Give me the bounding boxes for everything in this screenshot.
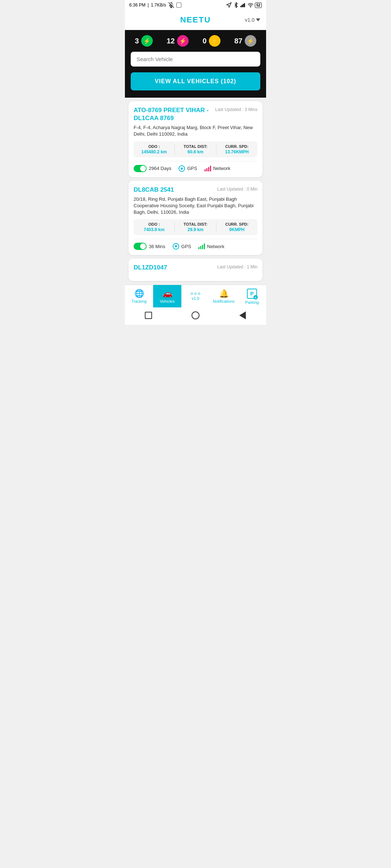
gps-icon-1 xyxy=(173,243,179,250)
vehicles-icon: 🚗 xyxy=(163,290,172,298)
nav-item-vehicles[interactable]: 🚗 Vehicles xyxy=(153,285,181,307)
nav-item-tracking[interactable]: 🌐 Tracking xyxy=(125,285,153,307)
network-item-0: Network xyxy=(205,166,231,171)
status-network-speed: 1.7KB/s xyxy=(151,3,166,8)
stats-bar: 3 ⚡ 12 ⚡ 0 ⚡ 87 ⚡ xyxy=(125,30,266,52)
toggle-switch-1[interactable] xyxy=(134,243,147,250)
parking-label: Parking xyxy=(245,300,258,305)
gps-item-1: GPS xyxy=(173,243,191,250)
stat-count-1: 12 xyxy=(167,37,175,45)
version-label: v1.0 xyxy=(245,17,255,23)
home-button[interactable] xyxy=(191,311,200,320)
status-bar: 6:36 PM | 1.7KB/s xyxy=(125,0,266,10)
view-all-button[interactable]: VIEW ALL VEHICLES (102) xyxy=(131,72,260,90)
header: NEETU v1.0 xyxy=(125,10,266,30)
nav-item-dots[interactable]: v1.0 xyxy=(181,285,210,307)
vehicle-card-2[interactable]: DL1ZD1047 Last Updated : 1 Min xyxy=(129,259,262,281)
parking-badge: b xyxy=(253,295,258,299)
stat-count-2: 0 xyxy=(202,37,206,45)
card-header-1: DL8CAB 2541 Last Updated : 0 Min xyxy=(134,186,257,194)
nav-item-notifications[interactable]: 🔔 Notifications xyxy=(210,285,238,307)
three-dots-icon xyxy=(191,293,200,295)
odo-col-0: ODO : 145480.2 km xyxy=(134,144,175,154)
last-updated-1: Last Updated : 0 Min xyxy=(217,187,257,192)
vehicle-name-0: ATO-8769 PREET VIHAR -DL1CAA 8769 xyxy=(134,106,212,122)
lightning-icon-gray: ⚡ xyxy=(247,38,254,44)
speed-col-0: CURR. SPD: 13.76KMPH xyxy=(216,144,257,154)
stats-row-1: ODO : 7403.9 km TOTAL DIST: 29.9 km CURR… xyxy=(134,219,257,235)
back-icon xyxy=(239,311,246,319)
vehicles-label: Vehicles xyxy=(160,299,175,303)
stat-badge-yellow: ⚡ xyxy=(209,35,220,47)
nav-item-parking[interactable]: P b Parking xyxy=(238,285,266,307)
lightning-icon-pink: ⚡ xyxy=(179,38,186,44)
navigation-icon xyxy=(226,2,232,8)
search-container xyxy=(125,52,266,72)
stats-row-0: ODO : 145480.2 km TOTAL DIST: 60.6 km CU… xyxy=(134,141,257,157)
svg-rect-5 xyxy=(241,5,243,7)
svg-point-8 xyxy=(250,7,251,8)
dist-col-0: TOTAL DIST: 60.6 km xyxy=(175,144,216,154)
lightning-icon-green: ⚡ xyxy=(143,38,151,44)
app-title: NEETU xyxy=(180,15,211,25)
stat-badge-pink: ⚡ xyxy=(177,35,189,47)
days-label-1: 36 Mins xyxy=(149,244,165,249)
last-updated-2: Last Updated : 1 Min xyxy=(217,264,257,269)
stat-item-3[interactable]: 87 ⚡ xyxy=(234,35,256,47)
network-icon-1 xyxy=(198,243,205,249)
days-label-0: 2964 Days xyxy=(149,166,171,171)
tracking-icon: 🌐 xyxy=(134,290,144,298)
search-input[interactable] xyxy=(131,52,260,67)
divider-0 xyxy=(134,161,257,161)
toggle-item-0: 2964 Days xyxy=(134,165,171,172)
network-item-1: Network xyxy=(198,243,224,249)
status-speed: | xyxy=(148,3,149,8)
odo-col-1: ODO : 7403.9 km xyxy=(134,222,175,232)
stat-item-0[interactable]: 3 ⚡ xyxy=(135,35,152,47)
svg-marker-3 xyxy=(227,3,231,7)
square-button[interactable] xyxy=(144,311,153,320)
card-header-0: ATO-8769 PREET VIHAR -DL1CAA 8769 Last U… xyxy=(134,106,257,122)
stat-item-1[interactable]: 12 ⚡ xyxy=(167,35,188,47)
svg-rect-4 xyxy=(240,6,241,7)
notifications-label: Notifications xyxy=(213,299,235,303)
network-label-1: Network xyxy=(207,244,224,249)
circle-icon xyxy=(192,311,199,319)
gps-label-1: GPS xyxy=(181,244,191,249)
status-time: 6:36 PM xyxy=(129,3,146,8)
vehicle-address-1: 20/18, Ring Rd, Punjabi Bagh East, Punja… xyxy=(134,196,257,216)
square-icon xyxy=(145,312,152,319)
lightning-icon-yellow: ⚡ xyxy=(211,38,218,44)
status-row-0: 2964 Days GPS Network xyxy=(134,165,257,172)
notifications-icon: 🔔 xyxy=(219,290,229,298)
bluetooth-icon xyxy=(233,2,239,8)
dots-label: v1.0 xyxy=(192,296,199,301)
vehicle-address-0: F-4, F-4, Acharya Nagraj Marg, Block F, … xyxy=(134,124,257,137)
svg-rect-6 xyxy=(243,4,244,7)
tracking-label: Tracking xyxy=(131,299,147,303)
status-left: 6:36 PM | 1.7KB/s xyxy=(129,2,181,8)
vehicle-card-0[interactable]: ATO-8769 PREET VIHAR -DL1CAA 8769 Last U… xyxy=(129,101,262,177)
stat-badge-gray: ⚡ xyxy=(245,35,256,47)
status-row-1: 36 Mins GPS Network xyxy=(134,243,257,250)
vehicle-name-2: DL1ZD1047 xyxy=(134,264,214,272)
stat-item-2[interactable]: 0 ⚡ xyxy=(202,35,220,47)
gps-item-0: GPS xyxy=(178,165,197,172)
vehicle-list: ATO-8769 PREET VIHAR -DL1CAA 8769 Last U… xyxy=(125,98,266,285)
dist-col-1: TOTAL DIST: 29.9 km xyxy=(175,222,216,232)
battery: 52 xyxy=(255,3,262,8)
network-icon-0 xyxy=(205,166,211,171)
view-all-container: VIEW ALL VEHICLES (102) xyxy=(125,72,266,98)
gps-icon-0 xyxy=(178,165,185,172)
network-label-0: Network xyxy=(213,166,231,171)
toggle-switch-0[interactable] xyxy=(134,165,147,172)
stat-count-0: 3 xyxy=(135,37,139,45)
version-dropdown[interactable]: v1.0 xyxy=(245,17,260,23)
svg-rect-7 xyxy=(244,3,245,7)
speed-col-1: CURR. SPD: 9KMPH xyxy=(216,222,257,232)
vehicle-card-1[interactable]: DL8CAB 2541 Last Updated : 0 Min 20/18, … xyxy=(129,181,262,255)
chevron-down-icon xyxy=(256,18,260,21)
screen-icon xyxy=(176,3,181,8)
back-button[interactable] xyxy=(238,311,247,320)
signal-icon xyxy=(240,2,246,8)
